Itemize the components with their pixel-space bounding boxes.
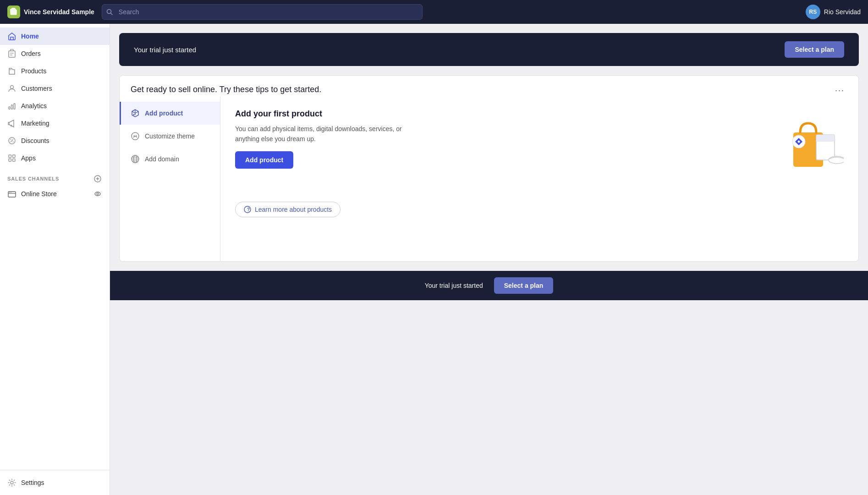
tips-card-more-button[interactable]: ···: [832, 85, 847, 96]
svg-point-23: [95, 192, 100, 196]
svg-point-28: [134, 135, 135, 136]
steps-list: Add product Customize theme: [120, 96, 220, 261]
sidebar-item-discounts-label: Discounts: [21, 137, 49, 144]
sidebar-bottom: Settings: [0, 470, 110, 491]
learn-more-button[interactable]: ? Learn more about products: [235, 202, 341, 217]
sidebar-item-customers-label: Customers: [21, 85, 52, 92]
svg-point-22: [11, 192, 11, 193]
sidebar-item-analytics-label: Analytics: [21, 102, 47, 110]
sales-channels-label: SALES CHANNELS: [7, 176, 59, 182]
svg-rect-16: [13, 159, 16, 162]
add-product-action-button[interactable]: Add product: [235, 151, 293, 169]
sidebar-item-products[interactable]: Products: [0, 62, 110, 80]
trial-banner-select-plan-button[interactable]: Select a plan: [785, 41, 844, 58]
svg-text:?: ?: [247, 207, 250, 212]
online-store-label: Online Store: [21, 190, 93, 198]
add-sales-channel-button[interactable]: [93, 174, 102, 183]
sidebar-item-discounts[interactable]: Discounts: [0, 132, 110, 149]
sidebar-item-online-store[interactable]: Online Store: [0, 185, 110, 203]
learn-more-label: Learn more about products: [255, 206, 332, 213]
online-store-eye-icon[interactable]: [93, 189, 102, 198]
svg-point-37: [798, 141, 800, 143]
svg-point-25: [11, 481, 13, 484]
svg-rect-7: [11, 105, 13, 109]
svg-point-29: [136, 135, 137, 136]
sidebar-item-home-label: Home: [21, 33, 39, 40]
sidebar-item-marketing[interactable]: Marketing: [0, 115, 110, 132]
svg-point-10: [11, 139, 11, 140]
tips-card-body: Add product Customize theme: [120, 96, 858, 261]
svg-point-11: [13, 142, 14, 143]
sidebar-item-analytics[interactable]: Analytics: [0, 97, 110, 115]
svg-rect-15: [9, 159, 11, 162]
sidebar-item-products-label: Products: [21, 67, 46, 75]
top-navigation: Vince Servidad Sample RS Rio Servidad: [0, 0, 868, 24]
step-content-description: You can add physical items, digital down…: [235, 124, 409, 144]
sidebar-item-settings[interactable]: Settings: [0, 474, 110, 491]
step-add-product-label: Add product: [145, 110, 183, 117]
sidebar-item-orders-label: Orders: [21, 50, 41, 57]
step-content-title: Add your first product: [235, 109, 844, 119]
svg-rect-6: [9, 107, 10, 109]
trial-banner: Your trial just started Select a plan: [119, 33, 859, 66]
user-area[interactable]: RS Rio Servidad: [806, 5, 861, 19]
svg-point-24: [97, 193, 99, 195]
brand-logo-area[interactable]: Vince Servidad Sample: [7, 6, 94, 18]
bottom-trial-bar: Your trial just started Select a plan: [110, 271, 868, 300]
step-item-add-product[interactable]: Add product: [120, 102, 220, 125]
step-customize-theme-label: Customize theme: [145, 132, 195, 140]
svg-line-1: [110, 13, 112, 15]
svg-rect-14: [13, 155, 16, 158]
main-layout: Home Orders Products Customers: [0, 24, 868, 495]
product-illustration: [775, 107, 844, 176]
tips-card-title: Get ready to sell online. Try these tips…: [131, 85, 321, 94]
step-content-panel: Add your first product You can add physi…: [220, 96, 858, 261]
search-bar: [102, 4, 423, 20]
sidebar-item-home[interactable]: Home: [0, 28, 110, 45]
sidebar-item-apps[interactable]: Apps: [0, 149, 110, 167]
sidebar: Home Orders Products Customers: [0, 24, 110, 495]
sidebar-item-marketing-label: Marketing: [21, 120, 49, 127]
search-icon: [106, 9, 113, 15]
store-name: Vince Servidad Sample: [24, 8, 94, 16]
bottom-trial-text: Your trial just started: [425, 282, 483, 289]
svg-point-26: [133, 114, 135, 116]
sidebar-item-settings-label: Settings: [21, 479, 44, 486]
step-item-customize-theme[interactable]: Customize theme: [120, 125, 220, 148]
main-content: Your trial just started Select a plan Ge…: [110, 24, 868, 495]
avatar: RS: [806, 5, 820, 19]
user-name: Rio Servidad: [824, 8, 861, 16]
tips-card: Get ready to sell online. Try these tips…: [119, 75, 859, 262]
svg-rect-8: [14, 104, 15, 109]
sidebar-item-orders[interactable]: Orders: [0, 45, 110, 62]
step-add-domain-label: Add domain: [145, 155, 179, 163]
sidebar-item-customers[interactable]: Customers: [0, 80, 110, 97]
bottom-select-plan-button[interactable]: Select a plan: [494, 277, 554, 294]
search-input[interactable]: [102, 4, 423, 20]
sales-channels-section: SALES CHANNELS: [0, 167, 110, 185]
svg-rect-13: [9, 155, 11, 158]
svg-rect-2: [9, 51, 15, 57]
tips-card-header: Get ready to sell online. Try these tips…: [120, 76, 858, 96]
sidebar-item-apps-label: Apps: [21, 154, 36, 162]
shopify-logo-icon: [7, 6, 20, 18]
trial-banner-text: Your trial just started: [134, 46, 196, 54]
svg-point-21: [9, 192, 10, 193]
svg-point-5: [11, 86, 14, 89]
svg-rect-39: [816, 135, 835, 142]
step-item-add-domain[interactable]: Add domain: [120, 148, 220, 170]
